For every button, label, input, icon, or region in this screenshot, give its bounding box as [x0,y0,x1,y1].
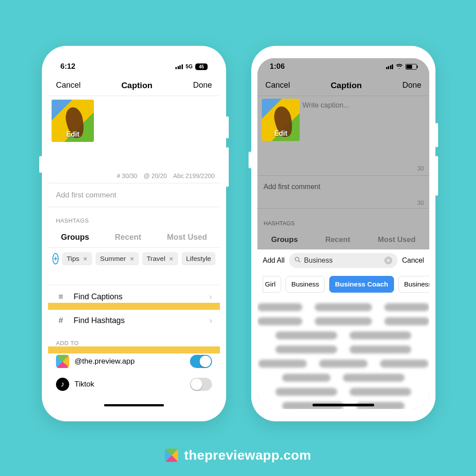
pill-business[interactable]: Business [286,276,325,293]
side-button [226,116,229,138]
tab-most-used[interactable]: Most Used [378,235,416,244]
tiktok-logo-icon [56,378,69,391]
caption-area[interactable]: Edit Write caption... 30 [257,96,429,175]
hashtag-tabs: Groups Recent Most Used [257,230,429,249]
screen-right: 1:06 Cancel Caption Done Edit [257,58,429,409]
pill-business-woman[interactable]: Business Woman [398,276,429,293]
hashtag-tabs: Groups Recent Most Used [48,227,220,248]
hashtags-section-label: HASHTAGS [257,208,429,230]
status-bar: 1:06 [257,58,429,75]
find-captions-row[interactable]: ≡ Find Captions › [48,285,220,309]
schedule-section-label: SCHEDULE [48,396,220,409]
first-comment-count: 30 [257,197,429,208]
screen-left: 6:12 5G 45 Cancel Caption Done Edit [48,58,220,409]
char-count: Abc 2199/2200 [173,172,215,179]
media-thumbnail[interactable]: Edit [52,100,94,142]
cancel-button[interactable]: Cancel [56,81,81,90]
hashtag-icon: # [56,316,66,325]
status-time: 1:06 [270,62,285,71]
content-area: Edit # 30/30 @ 20/20 Abc 2199/2200 Add f… [48,96,220,409]
hashtag-results-blurred [257,297,429,409]
done-button[interactable]: Done [402,81,421,90]
search-icon [294,257,301,264]
home-indicator[interactable] [104,404,164,406]
side-button [226,147,229,187]
hashtags-section-label: HASHTAGS [48,207,220,227]
chip-summer[interactable]: Summer✕ [96,252,139,265]
addto-preview-row: @the.preview.app [48,350,220,373]
cancel-button[interactable]: Cancel [265,81,290,90]
side-button [435,156,438,196]
tab-recent[interactable]: Recent [115,233,141,242]
character-counts: # 30/30 @ 20/20 Abc 2199/2200 [117,172,215,179]
search-input[interactable]: Business ✕ [289,253,398,268]
side-button [39,156,42,173]
preview-app-logo-icon [165,449,178,462]
home-indicator[interactable] [312,404,374,406]
media-thumbnail[interactable]: Edit [262,99,300,141]
clear-icon[interactable]: ✕ [384,257,392,264]
phone-frame-right: 1:06 Cancel Caption Done Edit [251,46,435,421]
status-time: 6:12 [60,62,75,71]
chevron-right-icon: › [209,316,212,325]
done-button[interactable]: Done [193,81,212,90]
pill-partial[interactable]: Girl [263,276,281,293]
tab-recent[interactable]: Recent [325,235,350,244]
chevron-right-icon: › [209,292,212,301]
add-all-button[interactable]: Add All [263,257,285,264]
branding-footer: thepreviewapp.com [0,448,476,463]
search-cancel-button[interactable]: Cancel [402,257,424,264]
side-button [435,123,438,147]
first-comment-input[interactable]: Add first comment [48,183,220,207]
preview-toggle[interactable] [190,355,212,368]
find-captions-label: Find Captions [74,292,123,301]
tab-groups[interactable]: Groups [271,235,298,244]
close-icon[interactable]: ✕ [169,256,174,262]
addto-section-label: ADD TO [48,332,220,350]
tab-groups[interactable]: Groups [61,233,89,242]
edit-label: Edit [66,130,79,138]
battery-icon [405,64,417,70]
close-icon[interactable]: ✕ [130,256,134,262]
cellular-bars-icon [175,64,183,69]
chip-lifestyle[interactable]: Lifestyle [182,252,216,265]
edit-label: Edit [274,130,287,138]
caption-count: 30 [417,165,424,172]
captions-icon: ≡ [56,292,66,301]
phone-frame-left: 6:12 5G 45 Cancel Caption Done Edit [42,46,226,421]
page-title: Caption [331,81,362,90]
nav-bar: Cancel Caption Done [48,75,220,96]
hashtag-count: # 30/30 [117,172,138,179]
addto-tiktok-row: Tiktok [48,373,220,396]
preview-handle: @the.preview.app [74,357,134,366]
tiktok-toggle[interactable] [190,378,212,391]
chip-tips[interactable]: Tips✕ [62,252,92,265]
wifi-icon [396,63,403,70]
cellular-bars-icon [386,64,394,69]
mention-count: @ 20/20 [144,172,167,179]
content-area: Edit Write caption... 30 Add first comme… [257,96,429,409]
hashtag-search-row: Add All Business ✕ Cancel [257,249,429,271]
nav-bar: Cancel Caption Done [257,75,429,96]
battery-badge: 45 [195,63,208,70]
caption-area[interactable]: Edit # 30/30 @ 20/20 Abc 2199/2200 [48,100,220,183]
find-hashtags-label: Find Hashtags [74,316,125,325]
preview-app-logo-icon [56,355,69,368]
tiktok-label: Tiktok [74,380,94,389]
status-bar: 6:12 5G 45 [48,58,220,75]
hashtag-group-chips: + Tips✕ Summer✕ Travel✕ Lifestyle [48,248,220,270]
svg-line-1 [298,260,300,262]
find-hashtags-row[interactable]: # Find Hashtags › [48,309,220,332]
search-value: Business [304,257,333,264]
network-type: 5G [186,63,193,70]
first-comment-placeholder: Add first comment [56,191,116,200]
side-button [249,152,251,168]
add-group-button[interactable]: + [52,253,59,264]
tab-most-used[interactable]: Most Used [167,233,207,242]
chip-travel[interactable]: Travel✕ [142,252,178,265]
footer-text: thepreviewapp.com [184,448,312,463]
pill-business-coach[interactable]: Business Coach [329,276,394,293]
close-icon[interactable]: ✕ [83,256,88,262]
first-comment-input[interactable]: Add first comment [257,175,429,197]
caption-placeholder: Write caption... [302,99,349,173]
